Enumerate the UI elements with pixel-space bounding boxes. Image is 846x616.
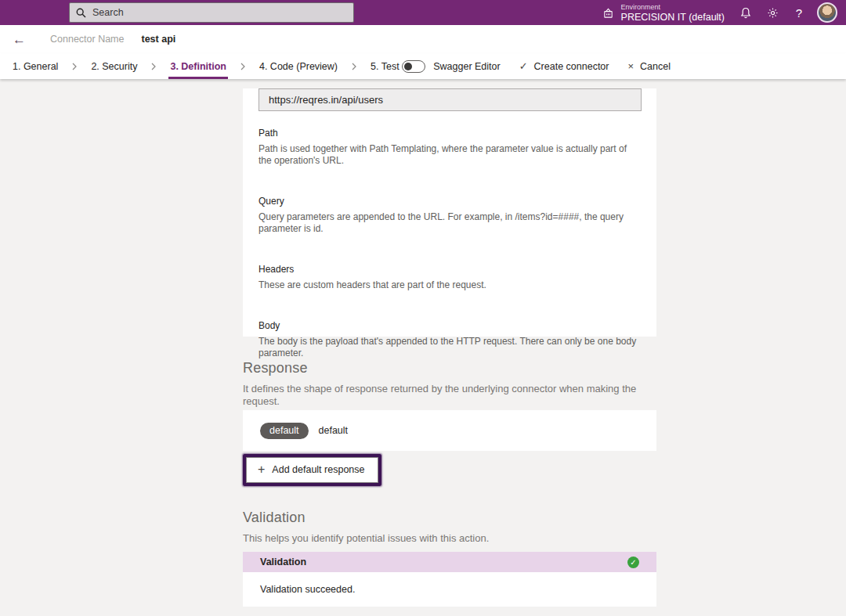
connector-name-value: test api xyxy=(142,34,176,45)
help-button[interactable]: ? xyxy=(786,0,812,25)
search-input[interactable] xyxy=(92,7,347,18)
param-section-query: Query Query parameters are appended to t… xyxy=(258,167,641,235)
topbar-right-cluster: Environment PRECISION IT (default) ? xyxy=(595,0,846,25)
param-section-headers: Headers These are custom headers that ar… xyxy=(258,235,641,291)
step-general[interactable]: 1. General xyxy=(11,53,60,79)
plus-icon: + xyxy=(258,463,265,476)
param-label: Headers xyxy=(258,235,641,275)
step-security[interactable]: 2. Security xyxy=(89,53,139,79)
wizard-steps: 1. General 2. Security 3. Definition 4. … xyxy=(11,53,401,79)
cancel-label: Cancel xyxy=(640,61,671,72)
chevron-right-icon xyxy=(71,53,78,79)
environment-picker[interactable]: Environment PRECISION IT (default) xyxy=(595,0,732,25)
toggle-knob xyxy=(404,63,412,70)
gear-icon xyxy=(767,7,779,19)
chevron-right-icon xyxy=(150,53,157,79)
settings-button[interactable] xyxy=(759,0,786,25)
add-default-response-button[interactable]: + Add default response xyxy=(246,457,378,483)
validation-row-header-label: Validation xyxy=(260,557,306,567)
environment-name: PRECISION IT (default) xyxy=(621,12,725,23)
default-response-badge[interactable]: default xyxy=(260,423,309,439)
validation-section-description: This helps you identify potential issues… xyxy=(243,532,656,545)
param-section-path: Path Path is used together with Path Tem… xyxy=(258,111,641,167)
highlight-annotation: + Add default response xyxy=(243,454,381,486)
step-test[interactable]: 5. Test xyxy=(369,53,401,79)
definition-page: Path Path is used together with Path Tem… xyxy=(0,79,846,616)
connector-name-label: Connector Name xyxy=(50,34,125,45)
response-card: default default xyxy=(243,410,656,451)
param-description: The body is the payload that's appended … xyxy=(258,336,641,359)
search-icon xyxy=(76,8,86,18)
wizard-actions: Swagger Editor ✓ Create connector × Canc… xyxy=(402,53,671,79)
request-url-input[interactable] xyxy=(258,88,642,111)
step-code-preview-label: 4. Code (Preview) xyxy=(259,61,338,72)
chevron-right-icon xyxy=(351,53,357,79)
check-icon: ✓ xyxy=(519,60,528,72)
connector-name-bar: ← Connector Name test api xyxy=(0,25,846,53)
param-label: Path xyxy=(258,111,641,139)
add-default-response-label: Add default response xyxy=(272,464,364,475)
close-icon: × xyxy=(627,61,634,71)
step-security-label: 2. Security xyxy=(91,61,137,72)
global-search[interactable] xyxy=(69,2,354,23)
param-section-body: Body The body is the payload that's appe… xyxy=(258,291,641,359)
validation-result-row: Validation succeeded. xyxy=(243,572,656,607)
check-glyph: ✓ xyxy=(630,558,636,567)
response-section-title: Response xyxy=(243,359,656,376)
validation-row-header[interactable]: Validation ✓ xyxy=(243,552,656,572)
request-card: Path Path is used together with Path Tem… xyxy=(243,88,656,337)
user-avatar[interactable] xyxy=(817,2,837,23)
back-button[interactable]: ← xyxy=(13,33,26,46)
swagger-editor-toggle[interactable] xyxy=(402,60,425,73)
step-general-label: 1. General xyxy=(13,61,58,72)
param-description: Path is used together with Path Templati… xyxy=(258,143,641,167)
environment-icon xyxy=(602,7,614,19)
create-connector-label: Create connector xyxy=(534,61,609,72)
chevron-right-icon xyxy=(240,53,246,79)
step-code-preview[interactable]: 4. Code (Preview) xyxy=(258,53,339,79)
step-definition[interactable]: 3. Definition xyxy=(168,53,228,79)
bell-icon xyxy=(740,7,751,19)
validation-section-title: Validation xyxy=(243,509,656,526)
param-label: Body xyxy=(258,291,641,331)
step-test-label: 5. Test xyxy=(371,61,400,72)
wizard-bar: 1. General 2. Security 3. Definition 4. … xyxy=(0,53,846,79)
validation-status-message: Validation succeeded. xyxy=(260,584,355,595)
param-description: Query parameters are appended to the URL… xyxy=(258,211,641,235)
create-connector-button[interactable]: ✓ Create connector xyxy=(519,60,609,72)
default-response-label: default xyxy=(319,425,349,436)
question-icon: ? xyxy=(796,6,802,20)
environment-label: Environment xyxy=(621,3,725,12)
step-definition-label: 3. Definition xyxy=(170,61,226,72)
success-check-icon: ✓ xyxy=(627,557,639,568)
param-description: These are custom headers that are part o… xyxy=(258,279,641,291)
top-app-bar: Environment PRECISION IT (default) ? xyxy=(0,0,846,25)
param-label: Query xyxy=(258,167,641,207)
swagger-editor-label: Swagger Editor xyxy=(433,61,500,72)
cancel-button[interactable]: × Cancel xyxy=(627,61,671,72)
response-section-description: It defines the shape of response returne… xyxy=(243,383,656,408)
notifications-button[interactable] xyxy=(732,0,759,25)
